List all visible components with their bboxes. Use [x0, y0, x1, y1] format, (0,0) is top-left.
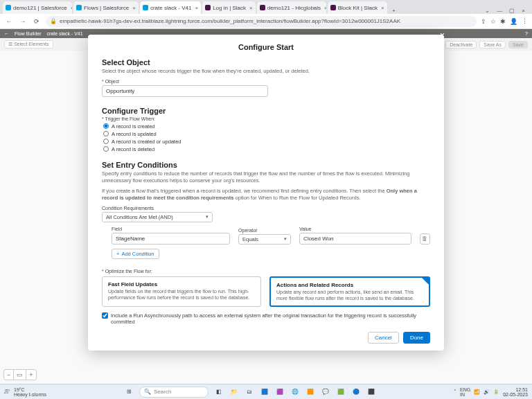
volume-icon[interactable]: 🔊 — [484, 389, 490, 395]
close-icon[interactable]: × — [249, 5, 253, 11]
new-tab-button[interactable]: + — [389, 8, 400, 14]
chevron-down-icon: ▾ — [284, 236, 287, 242]
operator-label: Operator — [238, 228, 291, 233]
taskbar-app-icon[interactable]: 🟧 — [305, 387, 315, 397]
star-icon[interactable]: ☆ — [490, 18, 496, 25]
taskbar-app-icon[interactable]: 💬 — [321, 387, 330, 397]
field-label: Field — [112, 227, 230, 231]
taskbar-app-icon[interactable]: 🟪 — [275, 387, 285, 397]
opt-actions-related-records[interactable]: Actions and Related Records Update any r… — [269, 276, 430, 308]
tab-0[interactable]: demo121 | Salesforce× — [3, 1, 72, 14]
weather-widget[interactable]: 19°CHeavy t-storms — [14, 387, 46, 397]
favicon-icon — [205, 5, 211, 10]
taskbar-search[interactable]: 🔍Search — [139, 387, 209, 398]
close-icon[interactable]: × — [132, 5, 136, 11]
tab-4[interactable]: demo121 - Hicglobals× — [257, 1, 326, 14]
zoom-out-button[interactable]: − — [4, 370, 14, 380]
done-button[interactable]: Done — [403, 332, 430, 344]
condition-requirements-label: Condition Requirements — [102, 206, 430, 211]
taskbar-app-icon[interactable]: ⬛ — [366, 387, 376, 397]
forward-button[interactable]: → — [18, 18, 28, 25]
favicon-icon — [76, 5, 82, 10]
opt-card-body: Update fields on the record that trigger… — [108, 289, 255, 301]
add-condition-button[interactable]: +Add Condition — [112, 249, 159, 259]
extensions-icon[interactable]: ✱ — [500, 18, 506, 25]
field-input[interactable]: StageName — [112, 233, 230, 245]
windows-taskbar: ⛈ 19°CHeavy t-storms ⊞ 🔍Search ◧ 📁 🗂 🟦 🟪… — [0, 384, 532, 399]
tab-5[interactable]: Block Kit | Slack× — [328, 1, 387, 14]
zoom-controls: − ▭ + — [3, 369, 37, 380]
select-elements-button[interactable]: ☰ Select Elements — [4, 40, 53, 48]
tab-1[interactable]: Flows | Salesforce× — [73, 1, 139, 14]
battery-icon[interactable]: 🔋 — [493, 389, 499, 395]
select-object-desc: Select the object whose records trigger … — [102, 68, 430, 75]
configure-start-modal: × Configure Start Select Object Select t… — [88, 35, 444, 351]
profile-icon[interactable]: 👤 — [510, 18, 517, 25]
close-icon[interactable]: × — [440, 30, 445, 40]
condition-row: Field StageName Operator Equals▾ Value C… — [112, 227, 430, 245]
language-indicator[interactable]: ENGIN — [460, 387, 470, 397]
select-object-heading: Select Object — [102, 58, 430, 66]
minimize-icon[interactable]: — — [497, 8, 502, 14]
search-icon: 🔍 — [144, 389, 151, 395]
configure-trigger-heading: Configure Trigger — [102, 107, 430, 115]
taskbar-app-icon[interactable]: 📁 — [229, 387, 239, 397]
radio-created-or-updated[interactable]: A record is created or updated — [103, 139, 430, 145]
back-icon[interactable]: ← — [4, 31, 9, 36]
deactivate-button[interactable]: Deactivate — [445, 41, 477, 48]
help-icon[interactable]: ? — [525, 31, 528, 36]
trigger-when-radiogroup: A record is created A record is updated … — [103, 123, 430, 152]
opt-fast-field-updates[interactable]: Fast Field Updates Update fields on the … — [102, 276, 261, 308]
opt-card-title: Fast Field Updates — [108, 281, 255, 287]
tab-3[interactable]: Log in | Slack× — [202, 1, 256, 14]
condition-requirements-select[interactable]: All Conditions Are Met (AND)▾ — [102, 212, 213, 222]
run-async-checkbox[interactable]: Include a Run Asynchronously path to acc… — [102, 312, 430, 325]
radio-deleted[interactable]: A record is deleted — [103, 146, 430, 152]
start-button[interactable]: ⊞ — [124, 387, 134, 397]
trash-icon: 🗑 — [422, 236, 427, 242]
close-icon[interactable]: × — [381, 5, 384, 11]
task-view-button[interactable]: ◧ — [214, 387, 224, 397]
radio-created[interactable]: A record is created — [103, 123, 430, 130]
delete-condition-button[interactable]: 🗑 — [420, 233, 430, 245]
zoom-in-button[interactable]: + — [26, 370, 35, 380]
object-label: Object — [102, 79, 430, 84]
save-as-button[interactable]: Save As — [479, 41, 506, 48]
back-button[interactable]: ← — [4, 18, 14, 25]
radio-updated[interactable]: A record is updated — [103, 131, 430, 137]
taskbar-app-icon[interactable]: 🟩 — [336, 387, 346, 397]
clock[interactable]: 12:5102-05-2023 — [503, 387, 528, 397]
share-icon[interactable]: ⇪ — [481, 18, 486, 25]
tray-chevron-icon[interactable]: ˄ — [454, 389, 456, 395]
object-input[interactable]: Opportunity — [102, 85, 268, 97]
favicon-icon — [6, 5, 11, 10]
close-icon[interactable]: × — [324, 5, 326, 11]
operator-select[interactable]: Equals▾ — [238, 234, 291, 245]
window-controls: ⌄ — ▢ × — [485, 8, 529, 14]
trigger-when-label: Trigger the Flow When: — [102, 116, 430, 121]
cancel-button[interactable]: Cancel — [368, 332, 399, 344]
opt-card-body: Update any record and perform actions, l… — [276, 290, 423, 302]
taskbar-app-icon[interactable]: 🌐 — [290, 387, 300, 397]
taskbar-app-icon[interactable]: 🗂 — [245, 387, 254, 397]
url-field[interactable]: 🔒empathetic-hawk-91h7gs-dev-ed.trailblaz… — [46, 16, 477, 27]
close-icon[interactable]: × — [522, 8, 525, 14]
value-input[interactable]: Closed Won — [299, 233, 411, 245]
close-icon[interactable]: × — [71, 5, 72, 11]
taskbar-app-icon[interactable]: 🔵 — [351, 387, 361, 397]
save-button: Save — [508, 41, 528, 48]
chevron-down-icon[interactable]: ⌄ — [485, 8, 490, 14]
zoom-fit-button[interactable]: ▭ — [14, 370, 26, 380]
flow-name: crate slack - V41 — [47, 31, 83, 36]
value-label: Value — [299, 227, 411, 231]
reload-button[interactable]: ⟳ — [32, 18, 42, 25]
taskbar-app-icon[interactable]: 🟦 — [260, 387, 269, 397]
menu-icon[interactable]: ⋮ — [522, 18, 528, 25]
plus-icon: + — [116, 251, 119, 257]
tab-2[interactable]: crate slack - V41× — [140, 1, 201, 14]
maximize-icon[interactable]: ▢ — [509, 8, 515, 14]
weather-icon[interactable]: ⛈ — [4, 389, 10, 395]
opt-card-title: Actions and Related Records — [276, 282, 423, 288]
wifi-icon[interactable]: 📶 — [474, 389, 480, 395]
close-icon[interactable]: × — [195, 5, 198, 11]
